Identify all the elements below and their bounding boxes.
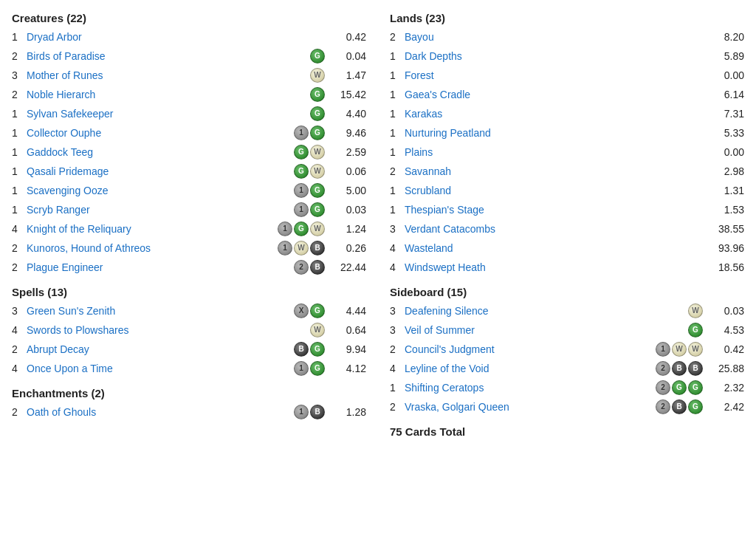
left-column: Creatures (22)1Dryad Arbor0.422Birds of … (12, 12, 366, 441)
card-name[interactable]: Savannah (405, 165, 709, 177)
card-name[interactable]: Qasali Pridemage (27, 165, 288, 177)
card-name[interactable]: Wasteland (405, 242, 709, 254)
card-name[interactable]: Nurturing Peatland (405, 127, 709, 139)
mana-icon-w: W (310, 323, 325, 337)
card-name[interactable]: Swords to Plowshares (27, 324, 304, 336)
mana-cost: G (688, 323, 703, 337)
card-qty: 1 (390, 204, 402, 216)
card-name[interactable]: Oath of Ghouls (27, 406, 288, 418)
card-name[interactable]: Dark Depths (405, 50, 709, 62)
mana-cost: 2GG (656, 380, 703, 395)
mana-icon-g: G (294, 145, 309, 159)
mana-icon-g: G (310, 87, 325, 102)
mana-icon-g: G (688, 323, 703, 337)
card-name[interactable]: Plague Engineer (27, 261, 288, 273)
mana-cost: GW (294, 164, 325, 179)
mana-icon-g: G (310, 49, 325, 64)
card-name[interactable]: Kunoros, Hound of Athreos (27, 242, 272, 254)
mana-icon-b: B (672, 361, 687, 376)
card-qty: 3 (390, 305, 402, 317)
card-name[interactable]: Sylvan Safekeeper (27, 108, 304, 120)
card-row: 2Birds of ParadiseG0.04 (12, 47, 366, 66)
card-name[interactable]: Scavenging Ooze (27, 185, 288, 196)
card-name[interactable]: Gaddock Teeg (27, 146, 288, 158)
card-name[interactable]: Forest (405, 69, 709, 81)
card-name[interactable]: Vraska, Golgari Queen (405, 401, 650, 413)
card-name[interactable]: Abrupt Decay (27, 343, 288, 355)
card-price: 6.14 (709, 89, 744, 100)
card-row: 2Savannah2.98 (390, 162, 744, 181)
card-name[interactable]: Veil of Summer (405, 324, 682, 336)
card-price: 5.89 (709, 50, 744, 62)
mana-icon-g: G (310, 342, 325, 357)
card-name[interactable]: Plains (405, 146, 709, 158)
card-name[interactable]: Birds of Paradise (27, 50, 304, 62)
card-row: 2Noble HierarchG15.42 (12, 85, 366, 104)
card-row: 2Abrupt DecayBG9.94 (12, 340, 366, 359)
card-row: 1Forest0.00 (390, 66, 744, 85)
card-name[interactable]: Council's Judgment (405, 343, 650, 355)
card-name[interactable]: Verdant Catacombs (405, 223, 709, 235)
card-name[interactable]: Scryb Ranger (27, 204, 288, 216)
card-price: 8.20 (709, 31, 744, 43)
section-header: 75 Cards Total (390, 425, 744, 438)
card-row: 1Thespian's Stage1.53 (390, 200, 744, 219)
card-name[interactable]: Shifting Ceratops (405, 382, 650, 394)
card-name[interactable]: Gaea's Cradle (405, 89, 709, 100)
mana-icon-b: B (688, 361, 703, 376)
card-row: 1Gaddock TeegGW2.59 (12, 143, 366, 162)
card-qty: 1 (390, 146, 402, 158)
mana-cost: 1GW (278, 222, 325, 236)
mana-cost: W (310, 68, 325, 83)
card-row: 2Kunoros, Hound of Athreos1WB0.26 (12, 239, 366, 258)
card-qty: 1 (12, 146, 24, 158)
card-price: 4.12 (331, 363, 366, 374)
card-price: 1.31 (709, 185, 744, 196)
mana-cost: 1WB (278, 241, 325, 255)
card-qty: 3 (390, 324, 402, 336)
card-price: 1.24 (331, 223, 366, 235)
mana-icon-b: B (310, 260, 325, 275)
card-row: 1Gaea's Cradle6.14 (390, 85, 744, 104)
card-name[interactable]: Noble Hierarch (27, 89, 304, 100)
card-qty: 4 (390, 363, 402, 374)
card-name[interactable]: Once Upon a Time (27, 363, 288, 374)
card-qty: 2 (12, 242, 24, 254)
mana-cost: XG (294, 303, 325, 318)
card-row: 3Verdant Catacombs38.55 (390, 219, 744, 239)
card-row: 1Shifting Ceratops2GG2.32 (390, 378, 744, 397)
mana-icon-b: B (310, 405, 325, 419)
card-name[interactable]: Knight of the Reliquary (27, 223, 272, 235)
mana-icon-1: 1 (656, 342, 670, 357)
card-qty: 1 (12, 31, 24, 43)
mana-icon-2: 2 (656, 399, 670, 414)
card-price: 2.59 (331, 146, 366, 158)
card-name[interactable]: Deafening Silence (405, 305, 682, 317)
card-row: 1Scavenging Ooze1G5.00 (12, 181, 366, 200)
card-name[interactable]: Scrubland (405, 185, 709, 196)
card-name[interactable]: Mother of Runes (27, 69, 304, 81)
card-name[interactable]: Green Sun's Zenith (27, 305, 288, 317)
card-qty: 1 (12, 127, 24, 139)
mana-icon-g: G (310, 126, 325, 140)
card-name[interactable]: Leyline of the Void (405, 363, 650, 374)
card-name[interactable]: Dryad Arbor (27, 31, 331, 43)
mana-icon-w: W (688, 342, 703, 357)
card-qty: 2 (390, 31, 402, 43)
card-price: 2.42 (709, 401, 744, 413)
card-name[interactable]: Windswept Heath (405, 261, 709, 273)
mana-icon-b: B (294, 342, 309, 357)
card-name[interactable]: Collector Ouphe (27, 127, 288, 139)
card-qty: 2 (390, 343, 402, 355)
card-qty: 1 (12, 185, 24, 196)
mana-icon-1: 1 (294, 405, 309, 419)
card-price: 0.00 (709, 69, 744, 81)
card-name[interactable]: Bayou (405, 31, 709, 43)
mana-icon-g: G (672, 380, 687, 395)
mana-icon-w: W (672, 342, 687, 357)
mana-cost: G (310, 106, 325, 121)
card-row: 1Karakas7.31 (390, 104, 744, 123)
card-name[interactable]: Karakas (405, 108, 709, 120)
card-name[interactable]: Thespian's Stage (405, 204, 709, 216)
card-price: 1.47 (331, 69, 366, 81)
